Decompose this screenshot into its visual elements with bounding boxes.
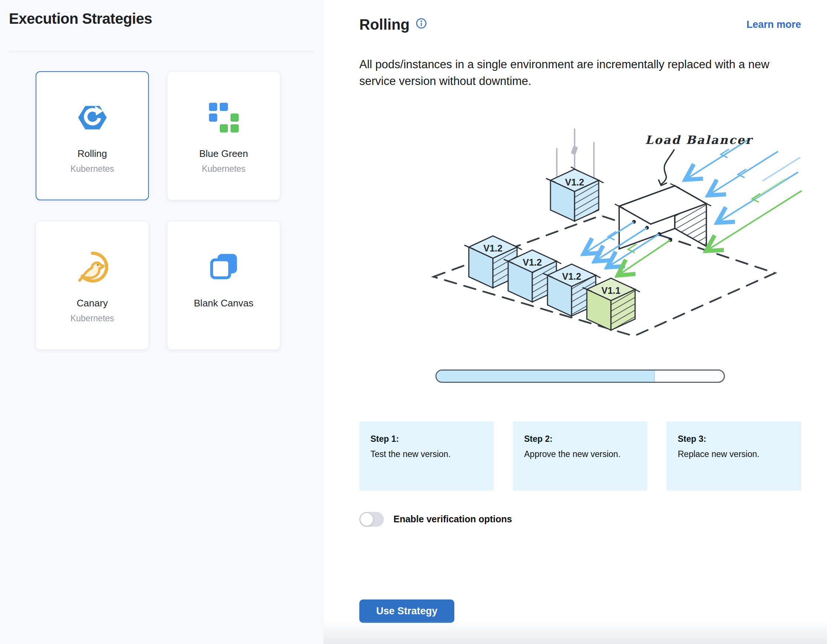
strategy-card-blue-green[interactable]: Blue Green Kubernetes: [167, 71, 280, 200]
detail-header: Rolling Learn more: [359, 16, 801, 33]
strategy-card-label: Blank Canvas: [194, 297, 253, 309]
label-pointer-arrow: [662, 150, 674, 184]
step-text: Approve the new version.: [524, 449, 636, 459]
step-card-1: Step 1: Test the new version.: [359, 422, 494, 490]
progress-fill: [437, 370, 655, 382]
cube-version-label: V1.2: [483, 243, 502, 254]
strategies-sidebar: Execution Strategies Rolling Kubernetes: [0, 0, 324, 644]
strategy-card-label: Canary: [77, 297, 108, 309]
canary-icon: [75, 249, 109, 285]
strategy-card-sublabel: Kubernetes: [70, 313, 114, 324]
cube-version-label: V1.1: [601, 285, 621, 296]
rollout-progress-bar: [435, 369, 725, 383]
toggle-knob: [360, 512, 374, 526]
page-title: Execution Strategies: [9, 10, 323, 27]
strategy-detail-panel: Rolling Learn more All pods/instances in…: [324, 0, 827, 644]
rolling-icon: [76, 100, 109, 135]
blue-green-icon: [209, 100, 239, 135]
strategy-card-rolling[interactable]: Rolling Kubernetes: [36, 71, 149, 200]
use-strategy-button[interactable]: Use Strategy: [359, 599, 454, 623]
execution-strategies-screen: Execution Strategies Rolling Kubernetes: [0, 0, 827, 644]
verification-toggle-row: Enable verification options: [359, 512, 801, 527]
incoming-pod-cube: V1.2: [546, 129, 604, 221]
step-card-3: Step 3: Replace new version.: [667, 422, 801, 490]
step-text: Test the new version.: [370, 449, 482, 459]
blank-canvas-icon: [208, 249, 239, 285]
verification-toggle-label: Enable verification options: [393, 514, 512, 524]
strategy-card-label: Rolling: [78, 148, 107, 160]
strategy-card-label: Blue Green: [199, 148, 248, 160]
step-title: Step 2:: [524, 434, 636, 444]
rolling-illustration: V1.2 V1.2: [426, 128, 805, 347]
strategy-card-sublabel: Kubernetes: [202, 164, 246, 174]
bottom-fade: [324, 620, 827, 644]
info-icon[interactable]: [416, 18, 427, 29]
strategy-description: All pods/instances in a single environme…: [359, 56, 794, 90]
strategy-card-sublabel: Kubernetes: [70, 164, 114, 174]
step-card-2: Step 2: Approve the new version.: [513, 422, 648, 490]
learn-more-link[interactable]: Learn more: [746, 19, 801, 30]
cube-version-label: V1.2: [565, 177, 584, 187]
strategy-card-blank-canvas[interactable]: Blank Canvas: [167, 221, 280, 350]
verification-toggle[interactable]: [359, 512, 384, 527]
steps-row: Step 1: Test the new version. Step 2: Ap…: [359, 422, 801, 490]
strategy-card-canary[interactable]: Canary Kubernetes: [36, 221, 149, 350]
step-title: Step 1:: [370, 434, 482, 444]
divider: [9, 51, 314, 52]
strategy-card-grid: Rolling Kubernetes Blue Green Kubern: [36, 71, 281, 350]
step-text: Replace new version.: [678, 449, 790, 459]
cube-version-label: V1.2: [523, 257, 541, 268]
cube-version-label: V1.2: [562, 271, 581, 282]
detail-title: Rolling: [359, 16, 410, 33]
step-title: Step 3:: [678, 434, 790, 444]
load-balancer-label: Load Balancer: [645, 133, 753, 146]
